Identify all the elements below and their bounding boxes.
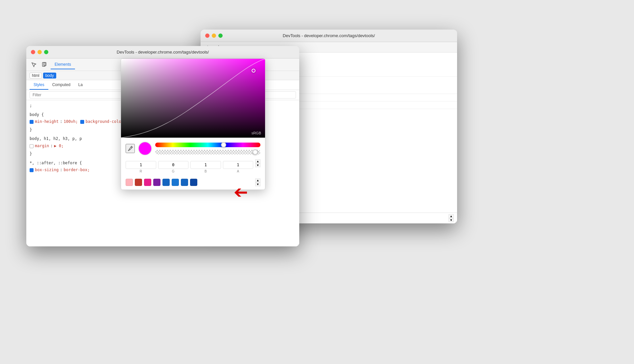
breadcrumb-body[interactable]: body [43,73,56,79]
sub-tab-la[interactable]: La [74,80,86,90]
back-swatch-up[interactable]: ▲ [449,214,454,218]
cp-input-group-a: A [223,161,254,173]
window-title-front: DevTools - developer.chrome.com/tags/dev… [117,50,209,55]
swatch-step-up[interactable]: ▲ [255,178,260,182]
cp-input-b[interactable] [190,161,221,169]
swatch-4[interactable] [162,179,170,186]
checkbox-min-height[interactable] [30,120,34,124]
cp-step-down[interactable]: ▼ [255,163,260,167]
cp-input-r[interactable] [126,161,156,169]
alpha-thumb[interactable] [253,149,258,155]
hue-slider[interactable] [155,143,260,147]
swatch-0[interactable] [126,179,133,186]
swatch-5[interactable] [172,179,179,186]
cp-label-g: G [172,170,175,173]
maximize-button-back[interactable] [218,34,223,38]
css-prop-margin: margin : ▶ 0; [30,143,64,150]
css-prop-box-sizing: box-sizing : border-box; [30,167,90,174]
css-prop-min-height: min-height : 100vh; [30,118,78,125]
hue-thumb[interactable] [221,142,226,148]
canvas-handle[interactable] [252,69,256,73]
eyedropper-button[interactable] [126,144,135,153]
inspect-icon-btn[interactable] [30,60,38,69]
cp-input-group-r: R [126,161,156,173]
swatch-3[interactable] [153,179,160,186]
checkbox-box-sizing[interactable] [30,168,34,172]
close-button-front[interactable] [31,50,35,54]
back-swatch-down[interactable]: ▼ [449,218,454,222]
traffic-lights-front [31,50,48,54]
srgb-label: sRGB [252,131,261,135]
swatch-2[interactable] [144,179,151,186]
cp-swatches: ▲ ▼ [121,176,265,190]
close-button-back[interactable] [205,34,209,38]
sub-tab-computed[interactable]: Computed [48,80,74,90]
cp-input-a[interactable] [223,161,254,169]
checkbox-bg-color[interactable] [80,120,84,124]
cp-sliders [155,143,260,154]
color-preview-circle [138,142,152,155]
swatch-1[interactable] [135,179,142,186]
cp-label-b: B [205,170,207,173]
sub-tab-styles[interactable]: Styles [30,80,48,90]
color-picker-popup: sRGB R G [121,58,265,190]
cp-input-group-b: B [190,161,221,173]
device-icon-btn[interactable] [40,60,49,69]
back-swatch-stepper: ▲ ▼ [449,214,454,222]
minimize-button-front[interactable] [37,50,42,54]
window-title-back: DevTools - developer.chrome.com/tags/dev… [283,33,375,38]
cp-controls [121,138,265,159]
swatch-step-down[interactable]: ▼ [255,182,260,186]
cp-step-up[interactable]: ▲ [255,159,260,163]
tab-elements[interactable]: Elements [51,60,75,69]
traffic-lights-back [205,34,223,38]
swatch-stepper: ▲ ▼ [255,178,260,186]
cp-label-r: R [140,170,142,173]
titlebar-front: DevTools - developer.chrome.com/tags/dev… [26,46,299,58]
cp-stepper: ▲ ▼ [255,159,260,167]
checkbox-margin[interactable] [30,144,34,148]
cp-inputs: R G B A ▲ ▼ [121,159,265,176]
color-canvas[interactable]: sRGB [121,59,265,138]
svg-point-2 [128,150,129,151]
swatch-6[interactable] [181,179,188,186]
cp-label-a: A [237,170,239,173]
maximize-button-front[interactable] [44,50,48,54]
gamut-curve [121,59,265,138]
titlebar-back: DevTools - developer.chrome.com/tags/dev… [201,30,457,42]
breadcrumb-html[interactable]: html [30,73,42,79]
cp-input-g[interactable] [158,161,189,169]
swatch-7[interactable] [190,179,197,186]
cp-input-group-g: G [158,161,189,173]
alpha-slider[interactable] [155,150,260,154]
minimize-button-back[interactable] [212,34,216,38]
